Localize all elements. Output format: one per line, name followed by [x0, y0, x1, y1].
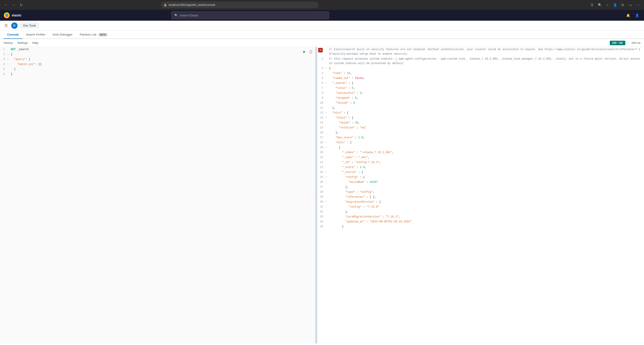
editor-line-3: 3 ▾ "query": {: [0, 57, 315, 62]
tab-console[interactable]: Console: [4, 30, 22, 39]
resp-content-7: "total" : 5,: [329, 86, 644, 90]
response-line-14: 14 "value" : 45,: [317, 120, 644, 125]
browser-nav-buttons: ← → ↻: [3, 2, 24, 8]
elastic-logo-text: elastic: [12, 13, 22, 17]
resp-line-num-24: 24: [317, 170, 326, 175]
response-line-34: 34 "updated_at" : "2023-09-05T03:30:33.6…: [317, 219, 644, 224]
resp-content-24: "_source" : {: [329, 170, 644, 175]
editor-line-6: 6 }: [0, 72, 315, 77]
resp-line-num-7: 7: [317, 86, 326, 90]
elastic-logo[interactable]: e elastic: [4, 12, 22, 18]
resp-gutter-12[interactable]: ▾: [326, 111, 329, 115]
response-line-12: 12 ▾ "hits" : {: [317, 110, 644, 115]
resp-content-14: "value" : 45,: [329, 121, 644, 125]
panel-divider[interactable]: ⋮: [316, 47, 317, 344]
address-bar[interactable]: 🔒 localhost:5601/app/dev_tools#/console: [161, 1, 318, 8]
resp-content-16: },: [329, 130, 644, 135]
resp-gutter-3[interactable]: ▾: [326, 66, 329, 71]
response-line-25: 25 ▾ "config" : {: [317, 175, 644, 180]
run-button[interactable]: ▶: [302, 49, 307, 54]
resp-line-num-5: 5: [317, 76, 326, 80]
response-line-19: 19 ▾ {: [317, 145, 644, 150]
resp-gutter-31: |: [326, 205, 329, 209]
resp-gutter-18[interactable]: ▾: [326, 140, 329, 145]
elastic-search-bar[interactable]: 🔍 Search Elastic: [172, 11, 329, 19]
resp-content-22: "_id" : "config:7.16.2",: [329, 160, 644, 165]
response-line-10: 10 "failed" : 0: [317, 100, 644, 105]
resp-content-4: "took" : 14,: [329, 71, 644, 75]
svg-point-2: [5, 15, 8, 17]
resp-content-27: },: [329, 185, 644, 189]
response-line-9: 9 "skipped" : 0,: [317, 96, 644, 100]
resp-gutter-25[interactable]: ▾: [326, 175, 329, 179]
search-icon: 🔍: [174, 14, 178, 17]
line-gutter-2[interactable]: ▾: [7, 52, 11, 57]
response-line-6: 6 ▾ "_shards" : {: [317, 81, 644, 86]
history-button[interactable]: History: [4, 40, 12, 45]
more-button[interactable]: ⋯: [635, 2, 641, 8]
resp-content-2: #! this request accesses system indices:…: [329, 57, 644, 66]
response-line-3: 3 ▾ {: [317, 66, 644, 71]
resp-gutter-24[interactable]: ▾: [326, 170, 329, 175]
resp-gutter-6[interactable]: ▾: [326, 81, 329, 85]
resp-line-num-28: 28: [317, 190, 326, 194]
response-line-7: 7 "total" : 5,: [317, 86, 644, 91]
profile-button[interactable]: 👤: [612, 2, 618, 8]
response-line-2: 2 #! this request accesses system indice…: [317, 56, 644, 66]
app-name-button[interactable]: Dev Tools: [20, 23, 39, 28]
response-line-35: 35 }: [317, 224, 644, 229]
url-text: localhost:5601/app/dev_tools#/console: [169, 3, 316, 6]
settings-button[interactable]: Settings: [17, 40, 28, 45]
editor-panel[interactable]: ▶ 📋 1 GET _search 2 ▾ { 3 ▾ "query": { 4…: [0, 47, 316, 344]
resp-gutter-13[interactable]: ▾: [326, 116, 329, 120]
resp-content-17: "max_score" : 1.0,: [329, 135, 644, 140]
response-panel[interactable]: ✕ 1 #! Elasticsearch built-in security f…: [317, 47, 644, 344]
line-num-5: 5: [0, 67, 7, 71]
elastic-header: e elastic 🔍 Search Elastic 🔔 👤: [0, 10, 644, 21]
resp-gutter-30[interactable]: ▾: [326, 200, 329, 204]
line-gutter-3[interactable]: ▾: [7, 57, 11, 62]
resp-content-35: }: [329, 224, 644, 229]
line-num-3: 3: [0, 57, 7, 62]
hamburger-button[interactable]: ☰: [4, 22, 8, 28]
browser-toolbar-right: ☰ 🔍 ☆ 👤 ⚙ ▭ ⋯: [589, 2, 641, 8]
response-line-30: 30 ▾ "migrationVersion" : {: [317, 200, 644, 204]
elastic-search-placeholder: Search Elastic: [180, 14, 198, 17]
resp-content-31: "config" : "7.13.0": [329, 205, 644, 209]
tab-grok-debugger[interactable]: Grok Debugger: [49, 30, 76, 39]
notifications-button[interactable]: 🔔: [625, 12, 632, 18]
tab-search-profiler[interactable]: Search Profiler: [22, 30, 49, 39]
line-content-2: {: [11, 52, 315, 57]
resp-gutter-19[interactable]: ▾: [326, 145, 329, 150]
response-line-24: 24 ▾ "_source" : {: [317, 170, 644, 175]
resp-line-num-34: 34: [317, 220, 326, 224]
reader-mode-button[interactable]: ☰: [589, 2, 596, 8]
resp-line-num-20: 20: [317, 150, 326, 155]
response-close-button[interactable]: ✕: [318, 48, 323, 52]
svg-text:e: e: [4, 15, 6, 17]
back-button[interactable]: ←: [3, 2, 9, 8]
response-line-21: 21 "_type" : "_doc",: [317, 155, 644, 160]
refresh-button[interactable]: ↻: [18, 2, 24, 8]
zoom-button[interactable]: 🔍: [597, 2, 603, 8]
forward-button[interactable]: →: [10, 2, 17, 8]
toolbar: History Settings Help 200 - OK 240 ms: [0, 39, 644, 47]
split-view-button[interactable]: ▭: [627, 2, 634, 8]
resp-content-33: "coreMigrationVersion" : "7.16.2",: [329, 215, 644, 219]
bookmark-button[interactable]: ☆: [604, 2, 611, 8]
editor-line-5: 5 }: [0, 67, 315, 72]
user-avatar[interactable]: 👤: [634, 12, 640, 18]
help-button[interactable]: Help: [32, 40, 38, 45]
extensions-button[interactable]: ⚙: [620, 2, 626, 8]
resp-line-num-16: 16: [317, 130, 326, 135]
elastic-header-right: 🔔 👤: [625, 12, 640, 18]
copy-button[interactable]: 📋: [308, 49, 314, 54]
response-line-13: 13 ▾ "total" : {: [317, 115, 644, 120]
resp-line-num-33: 33: [317, 215, 326, 219]
resp-content-5: "timed_out" : false,: [329, 76, 644, 80]
response-line-5: 5 "timed_out" : false,: [317, 76, 644, 81]
response-line-27: 27 },: [317, 185, 644, 190]
resp-line-num-10: 10: [317, 101, 326, 105]
tab-painless-lab[interactable]: Painless Lab BETA: [76, 30, 111, 39]
line-num-1: 1: [0, 47, 7, 52]
